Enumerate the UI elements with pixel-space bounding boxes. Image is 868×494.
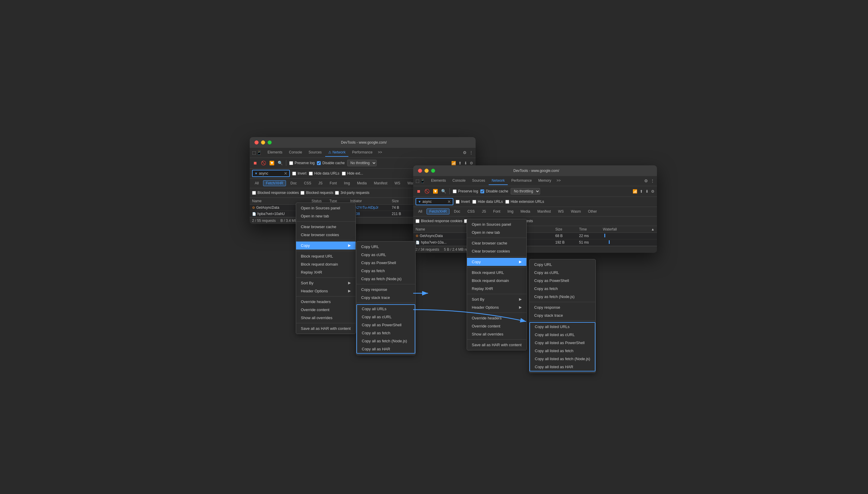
menu-clear-cookies-2[interactable]: Clear browser cookies [467,247,527,255]
menu-copy-1[interactable]: Copy ▶ [296,242,356,249]
preserve-log-checkbox-1[interactable] [289,161,293,165]
search-clear-2[interactable]: ✕ [447,199,451,204]
menu-sort-2[interactable]: Sort By ▶ [467,295,527,303]
tab-performance-2[interactable]: Performance [508,177,535,185]
menu-open-tab-2[interactable]: Open in new tab [467,228,527,236]
settings2-icon-2[interactable]: ⚙ [651,189,655,194]
record-btn-1[interactable]: ⏹ [252,160,258,166]
inspector-icon-2[interactable]: ⬚ [416,178,419,183]
menu-copy-2[interactable]: Copy ▶ [467,258,527,266]
search-btn-1[interactable]: 🔍 [277,160,283,166]
menu-header-opts-1[interactable]: Header Options ▶ [296,287,356,295]
copy-response-1[interactable]: Copy response [356,286,415,293]
close-button-2[interactable] [418,169,422,173]
search-input-1[interactable] [259,171,283,175]
blocked-cookies-1[interactable]: Blocked response cookies [252,191,299,195]
type-fetch-xhr-1[interactable]: Fetch/XHR [263,180,286,186]
more-options-icon-2[interactable]: ⋮ [650,178,655,183]
tab-performance-1[interactable]: Performance [349,148,375,157]
menu-open-sources-2[interactable]: Open in Sources panel [467,221,527,228]
search-input-2[interactable] [422,200,446,204]
copy-url-2[interactable]: Copy URL [529,261,595,269]
tab-elements-1[interactable]: Elements [264,148,285,157]
type-doc-1[interactable]: Doc [288,180,299,186]
throttle-select-2[interactable]: No throttling [511,188,540,194]
copy-all-listed-curl-2[interactable]: Copy all listed as cURL [530,331,595,339]
type-wasm-2[interactable]: Wasm [568,208,584,214]
copy-powershell-1[interactable]: Copy as PowerShell [356,259,415,267]
copy-all-listed-har-2[interactable]: Copy all listed as HAR [530,363,595,371]
invert-label-2[interactable]: Invert [456,200,470,204]
menu-open-sources-1[interactable]: Open in Sources panel [296,204,356,212]
copy-all-har-1[interactable]: Copy all as HAR [357,345,415,353]
disable-cache-checkbox-2[interactable] [480,189,484,193]
hide-ext-label-2[interactable]: Hide extension URLs [505,200,544,204]
type-other-2[interactable]: Other [585,208,599,214]
menu-open-tab-1[interactable]: Open in new tab [296,212,356,220]
copy-all-fetch-1[interactable]: Copy all as fetch [357,329,415,337]
type-media-1[interactable]: Media [354,180,370,186]
record-btn-2[interactable]: ⏹ [416,188,421,194]
menu-clear-cache-1[interactable]: Clear browser cache [296,223,356,231]
type-css-2[interactable]: CSS [465,208,477,214]
tab-memory-2[interactable]: Memory [535,177,554,185]
maximize-button-1[interactable] [268,140,272,145]
settings-icon-2[interactable]: ⚙ [644,178,648,183]
copy-all-listed-urls-2[interactable]: Copy all listed URLs [530,323,595,331]
table-row-2-2[interactable]: 📄hpba?vet=10a... 192 B 51 ms [413,240,657,246]
copy-all-powershell-1[interactable]: Copy all as PowerShell [357,321,415,329]
type-ws-2[interactable]: WS [555,208,566,214]
hide-data-urls-label-1[interactable]: Hide data URLs [309,171,339,175]
menu-block-url-2[interactable]: Block request URL [467,269,527,277]
close-button-1[interactable] [254,140,259,145]
type-js-1[interactable]: JS [316,180,325,186]
clear-btn-1[interactable]: 🚫 [260,160,267,166]
copy-stack-2[interactable]: Copy stack trace [529,311,595,319]
settings-icon-1[interactable]: ⚙ [463,150,467,155]
hide-ext-label-1[interactable]: Hide ext... [342,171,363,175]
copy-all-listed-powershell-2[interactable]: Copy all listed as PowerShell [530,339,595,347]
menu-block-domain-1[interactable]: Block request domain [296,260,356,268]
table-row-2-1[interactable]: ⚙GetAsyncData 200 xhr m-AAG 68 B 22 ms [413,233,657,240]
copy-curl-1[interactable]: Copy as cURL [356,251,415,259]
menu-block-domain-2[interactable]: Block request domain [467,277,527,285]
tab-elements-2[interactable]: Elements [428,177,449,185]
disable-cache-label-2[interactable]: Disable cache [480,189,508,193]
copy-all-curl-1[interactable]: Copy all as cURL [357,313,415,321]
mobile-icon-2[interactable]: 📱 [420,178,425,183]
copy-all-listed-fetch-2[interactable]: Copy all listed as fetch [530,347,595,355]
inspector-icon[interactable]: ⬚ [252,150,256,155]
copy-response-2[interactable]: Copy response [529,303,595,311]
more-tabs-1[interactable]: >> [376,150,384,155]
menu-save-har-2[interactable]: Save all as HAR with content [467,341,527,349]
menu-clear-cache-2[interactable]: Clear browser cache [467,239,527,247]
menu-show-overrides-1[interactable]: Show all overrides [296,314,356,322]
type-all-2[interactable]: All [416,208,425,214]
more-options-icon-1[interactable]: ⋮ [469,150,473,155]
type-ws-1[interactable]: WS [392,180,403,186]
tab-sources-1[interactable]: Sources [305,148,324,157]
invert-checkbox-1[interactable] [292,172,296,175]
third-party-1[interactable]: 3rd-party requests [335,191,369,195]
hide-data-urls-label-2[interactable]: Hide data URLs [472,200,503,204]
tab-console-1[interactable]: Console [286,148,305,157]
menu-block-url-1[interactable]: Block request URL [296,252,356,260]
disable-cache-checkbox-1[interactable] [317,161,321,165]
blocked-cookies-2[interactable]: Blocked response cookies [416,219,462,223]
copy-fetch-2[interactable]: Copy as fetch [529,285,595,293]
filter-toggle-1[interactable]: 🔽 [269,160,275,166]
maximize-button-2[interactable] [431,169,435,173]
invert-label-1[interactable]: Invert [292,171,307,175]
settings2-icon-1[interactable]: ⚙ [470,161,473,165]
clear-btn-2[interactable]: 🚫 [424,188,430,194]
menu-show-overrides-2[interactable]: Show all overrides [467,330,527,338]
copy-fetch-node-2[interactable]: Copy as fetch (Node.js) [529,293,595,301]
type-manifest-1[interactable]: Manifest [371,180,390,186]
throttle-select-1[interactable]: No throttling [347,160,377,166]
copy-powershell-2[interactable]: Copy as PowerShell [529,277,595,285]
tab-console-2[interactable]: Console [450,177,469,185]
menu-sort-1[interactable]: Sort By ▶ [296,279,356,287]
type-js-2[interactable]: JS [479,208,489,214]
tab-network-1[interactable]: ⚠ Network [325,148,349,157]
tab-sources-2[interactable]: Sources [469,177,488,185]
